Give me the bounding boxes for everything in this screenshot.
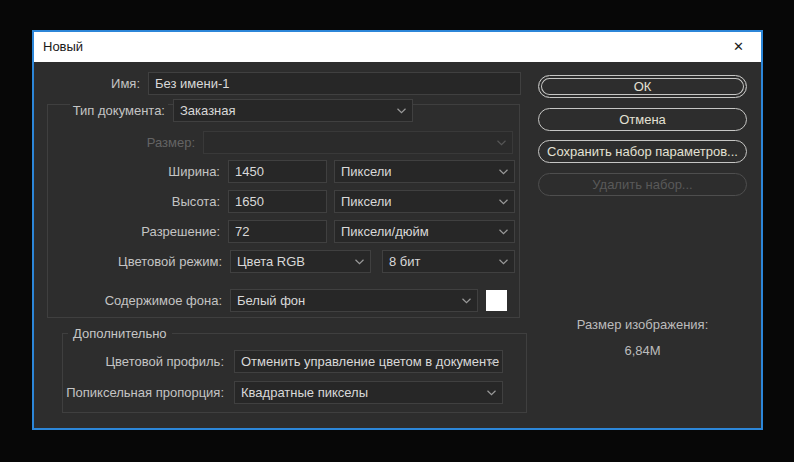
chevron-down-icon — [499, 229, 508, 235]
chevron-down-icon — [499, 199, 508, 205]
advanced-group: Дополнительно Цветовой профиль: Отменить… — [62, 333, 527, 413]
resolution-label: Разрешение: — [138, 220, 223, 243]
new-document-dialog: Новый ✕ Имя: Тип документа: Заказная Раз… — [32, 30, 763, 430]
advanced-legend: Дополнительно — [68, 326, 172, 341]
height-label: Высота: — [169, 190, 223, 213]
titlebar[interactable]: Новый ✕ — [34, 32, 761, 62]
ok-button[interactable]: ОК — [538, 75, 747, 98]
dialog-content: Имя: Тип документа: Заказная Размер: Шир… — [34, 62, 761, 428]
chevron-down-icon — [497, 140, 506, 146]
cancel-button[interactable]: Отмена — [538, 108, 747, 131]
background-color-swatch — [486, 290, 507, 311]
background-contents-select[interactable]: Белый фон — [230, 289, 478, 312]
chevron-down-icon — [499, 259, 508, 265]
bit-depth-select[interactable]: 8 бит — [382, 250, 515, 273]
chevron-down-icon — [487, 359, 496, 365]
document-type-label: Тип документа: — [70, 99, 168, 122]
width-label: Ширина: — [165, 160, 223, 183]
close-icon: ✕ — [733, 39, 744, 54]
height-unit-select[interactable]: Пиксели — [334, 190, 515, 213]
background-contents-label: Содержимое фона: — [102, 289, 225, 312]
pixel-aspect-ratio-select[interactable]: Квадратные пикселы — [234, 381, 503, 404]
pixel-aspect-ratio-label: Попиксельная пропорция: — [63, 381, 227, 404]
name-label: Имя: — [108, 72, 143, 95]
color-mode-label: Цветовой режим: — [115, 250, 225, 273]
size-select — [203, 131, 513, 154]
height-input[interactable] — [228, 190, 327, 213]
width-input[interactable] — [228, 160, 327, 183]
width-unit-select[interactable]: Пиксели — [334, 160, 515, 183]
save-preset-button[interactable]: Сохранить набор параметров... — [538, 140, 747, 163]
chevron-down-icon — [397, 108, 406, 114]
window-title: Новый — [43, 32, 83, 62]
resolution-unit-select[interactable]: Пиксели/дюйм — [334, 220, 515, 243]
chevron-down-icon — [355, 259, 364, 265]
resolution-input[interactable] — [228, 220, 327, 243]
document-type-select[interactable]: Заказная — [173, 99, 413, 122]
color-mode-select[interactable]: Цвета RGB — [230, 250, 371, 273]
delete-preset-button: Удалить набор... — [538, 173, 747, 196]
color-profile-select[interactable]: Отменить управление цветом в документе — [234, 350, 503, 373]
size-label: Размер: — [144, 131, 198, 154]
name-input[interactable] — [148, 72, 521, 95]
image-size-label: Размер изображения: — [538, 317, 747, 332]
chevron-down-icon — [487, 390, 496, 396]
close-button[interactable]: ✕ — [716, 32, 761, 62]
chevron-down-icon — [462, 298, 471, 304]
image-size-value: 6,84M — [538, 343, 747, 358]
color-profile-label: Цветовой профиль: — [102, 350, 227, 373]
chevron-down-icon — [499, 169, 508, 175]
